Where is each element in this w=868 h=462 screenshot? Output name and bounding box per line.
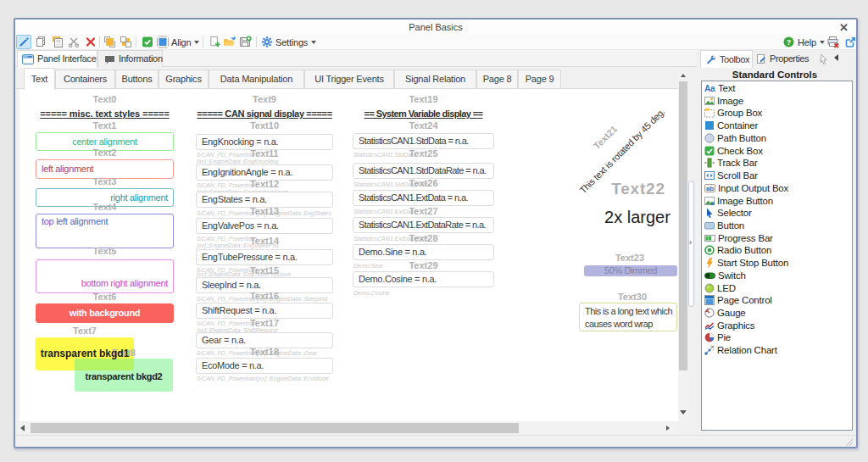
svg-text:?: ? <box>787 38 792 47</box>
svg-text:Aa: Aa <box>704 84 715 93</box>
svg-text:ab: ab <box>706 185 714 192</box>
